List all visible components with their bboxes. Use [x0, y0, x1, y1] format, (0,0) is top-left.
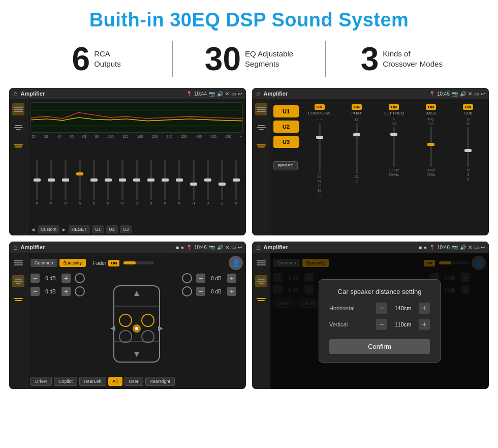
- distance-speaker-icon[interactable]: [255, 293, 267, 306]
- eq-tuner-icon[interactable]: [12, 103, 24, 115]
- modal-vertical-label: Vertical: [329, 321, 348, 327]
- eq-wave-icon[interactable]: [12, 122, 24, 134]
- vertical-plus-btn[interactable]: +: [419, 319, 430, 330]
- screen-distance: ⌂ Amplifier ■ ● 📍 10:46 📷 🔊 ✕ ▭ ↩: [252, 242, 489, 389]
- eq-speaker-icon[interactable]: [12, 140, 24, 152]
- crossover-tuner-icon[interactable]: [255, 103, 267, 115]
- db-plus-2[interactable]: +: [61, 287, 71, 296]
- fader-rearright-btn[interactable]: RearRight: [145, 377, 175, 386]
- status-bar-2: ⌂ Amplifier 📍 10:45 📷 🔊 ✕ ▭ ↩: [252, 88, 489, 99]
- fader-copilot-btn[interactable]: Copilot: [54, 377, 77, 386]
- crossover-u3-btn[interactable]: U3: [273, 136, 299, 148]
- db-minus-3[interactable]: −: [196, 274, 205, 283]
- channel-sub: ON SUB G 20 15 5 0: [451, 104, 486, 232]
- status-title-4: Amplifier: [263, 244, 415, 250]
- fader-tuner-icon[interactable]: [12, 257, 24, 269]
- eq-u1-btn[interactable]: U1: [92, 225, 104, 233]
- battery-icon-4: ▭: [474, 245, 479, 250]
- confirm-button[interactable]: Confirm: [329, 339, 430, 354]
- crossover-reset-btn[interactable]: RESET: [273, 161, 298, 170]
- crossover-u1-btn[interactable]: U1: [273, 105, 299, 117]
- fader-rearleft-btn[interactable]: RearLeft: [79, 377, 106, 386]
- speaker-fl: [75, 273, 85, 283]
- eq-u2-btn[interactable]: U2: [106, 225, 118, 233]
- camera-icon-2: 📷: [452, 91, 458, 97]
- back-icon-4[interactable]: ↩: [481, 245, 485, 250]
- distance-modal-overlay: Car speaker distance setting Horizontal …: [270, 253, 489, 389]
- fader-left-controls: − 0 dB + − 0 dB +: [30, 273, 91, 375]
- db-minus-1[interactable]: −: [30, 274, 40, 283]
- crossover-u2-btn[interactable]: U2: [273, 121, 299, 133]
- back-icon[interactable]: ↩: [238, 91, 242, 97]
- status-icons-2: 📍 10:45 📷 🔊 ✕ ▭ ↩: [429, 91, 485, 97]
- eq-reset-btn[interactable]: RESET: [69, 225, 90, 233]
- speaker-rr: [182, 286, 192, 296]
- fader-all-btn[interactable]: All: [108, 377, 122, 386]
- speaker-fr: [182, 273, 192, 283]
- eq-slider-1: 0: [30, 160, 44, 205]
- sub-track[interactable]: [467, 127, 469, 167]
- db-minus-4[interactable]: −: [196, 287, 205, 296]
- fader-wave-icon[interactable]: [12, 275, 24, 287]
- speaker-rl: [75, 286, 85, 296]
- fader-user-btn[interactable]: User: [124, 377, 143, 386]
- status-icons-3: ■ ● 📍 10:46 📷 🔊 ✕ ▭ ↩: [176, 245, 242, 250]
- dot-icon-4: ●: [424, 245, 427, 250]
- crossover-wave-icon[interactable]: [255, 122, 267, 134]
- crossover-speaker-icon[interactable]: [255, 140, 267, 152]
- eq-slider-14: -1: [215, 160, 229, 205]
- loudness-track[interactable]: [319, 123, 321, 174]
- home-icon-3[interactable]: ⌂: [13, 243, 17, 251]
- channel-bass: ON BASS FG 3.0 90Hz 70Hz: [414, 104, 449, 232]
- location-icon-2: 📍: [429, 91, 435, 97]
- status-bar-3: ⌂ Amplifier ■ ● 📍 10:46 📷 🔊 ✕ ▭ ↩: [9, 242, 246, 253]
- fader-speaker-icon[interactable]: [12, 293, 24, 306]
- eq-next-icon[interactable]: ►: [61, 227, 67, 232]
- eq-slider-8: 0: [130, 160, 143, 205]
- fader-content: Common Specialty Fader ON 👤 − 0 dB: [27, 253, 246, 389]
- status-icons-1: 📍 10:44 📷 🔊 ✕ ▭ ↩: [186, 91, 242, 97]
- modal-vertical-row: Vertical − 110cm +: [329, 319, 430, 330]
- distance-sidebar: [252, 253, 270, 389]
- bass-label: BASS: [426, 111, 437, 115]
- horizontal-minus-btn[interactable]: −: [376, 303, 387, 314]
- db-plus-1[interactable]: +: [61, 274, 71, 283]
- fader-driver-btn[interactable]: Driver: [30, 377, 52, 386]
- db-plus-3[interactable]: +: [227, 274, 236, 283]
- wifi-icon-3: ✕: [225, 245, 229, 250]
- phat-on-badge: ON: [352, 104, 362, 110]
- fader-track[interactable]: [123, 261, 154, 264]
- modal-title: Car speaker distance setting: [329, 288, 430, 295]
- tab-specialty[interactable]: Specialty: [59, 259, 86, 267]
- tab-common[interactable]: Common: [30, 259, 57, 267]
- distance-tuner-icon[interactable]: [255, 257, 267, 269]
- eq-u3-btn[interactable]: U3: [120, 225, 132, 233]
- fader-on-badge: ON: [108, 260, 119, 266]
- vertical-minus-btn[interactable]: −: [376, 319, 387, 330]
- eq-prev-icon[interactable]: ◄: [30, 227, 36, 232]
- profile-icon[interactable]: 👤: [229, 256, 243, 270]
- eq-custom-btn[interactable]: Custom: [38, 225, 59, 233]
- eq-screen: 2532405063 80100125160200 25032040050063…: [9, 99, 246, 235]
- db-minus-2[interactable]: −: [30, 287, 40, 296]
- back-icon-2[interactable]: ↩: [481, 91, 485, 97]
- eq-main: 2532405063 80100125160200 25032040050063…: [27, 99, 246, 235]
- eq-slider-2: 0: [45, 160, 58, 205]
- bass-track[interactable]: [430, 127, 432, 167]
- phat-track[interactable]: [356, 123, 358, 174]
- distance-main-area: Common Specialty ON 👤 − 0 dB +: [252, 253, 489, 389]
- dot-icon: ●: [181, 245, 184, 250]
- home-icon[interactable]: ⌂: [13, 89, 17, 98]
- horizontal-plus-btn[interactable]: +: [419, 303, 430, 314]
- cutfreq-track[interactable]: [393, 127, 395, 167]
- svg-point-5: [119, 331, 132, 343]
- home-icon-4[interactable]: ⌂: [256, 243, 260, 251]
- home-icon-2[interactable]: ⌂: [256, 89, 260, 98]
- bass-on-badge: ON: [426, 104, 436, 110]
- back-icon-3[interactable]: ↩: [238, 245, 242, 250]
- distance-wave-icon[interactable]: [255, 275, 267, 287]
- modal-horizontal-controls: − 140cm +: [376, 303, 430, 314]
- stat-rca-label: RCAOutputs: [94, 43, 121, 69]
- record-icon: ■: [176, 245, 179, 250]
- db-plus-4[interactable]: +: [227, 287, 236, 296]
